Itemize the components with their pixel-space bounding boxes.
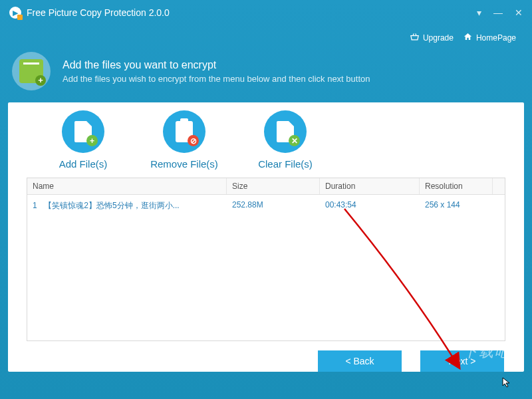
- clear-files-label: Clear File(s): [258, 158, 313, 170]
- col-header-resolution[interactable]: Resolution: [420, 178, 493, 194]
- table-row[interactable]: 1 【笑镇惊魂2】恐怖5分钟，逛街两小... 252.88M 00:43:54 …: [27, 195, 505, 217]
- col-header-name[interactable]: Name: [27, 178, 227, 194]
- header-section: Add the files you want to encrypt Add th…: [0, 52, 532, 102]
- plus-icon: +: [86, 135, 98, 146]
- nav-buttons: < Back Next >: [8, 341, 524, 372]
- remove-icon: ⊘: [188, 135, 199, 146]
- header-badge-icon: [12, 52, 51, 90]
- close-button[interactable]: ✕: [515, 7, 523, 18]
- titlebar: ▶ Free Picture Copy Protection 2.0.0 ▾ —…: [0, 0, 532, 25]
- next-button[interactable]: Next >: [420, 350, 504, 372]
- main-panel: + Add File(s) ⊘ Remove File(s) ✕ Clear F…: [8, 102, 524, 372]
- remove-files-label: Remove File(s): [150, 158, 218, 170]
- toolbar-links: Upgrade HomePage: [0, 25, 532, 52]
- homepage-link[interactable]: HomePage: [463, 32, 516, 44]
- add-files-label: Add File(s): [59, 158, 108, 170]
- col-header-size[interactable]: Size: [227, 178, 320, 194]
- add-files-button[interactable]: + Add File(s): [47, 110, 120, 170]
- upgrade-link[interactable]: Upgrade: [410, 32, 454, 44]
- row-resolution: 256 x 144: [420, 198, 493, 214]
- row-index: 1: [33, 201, 42, 210]
- upgrade-label: Upgrade: [423, 33, 454, 43]
- home-icon: [463, 32, 473, 44]
- basket-icon: [410, 32, 420, 44]
- remove-files-button[interactable]: ⊘ Remove File(s): [148, 110, 221, 170]
- window-controls: ▾ — ✕: [477, 7, 523, 18]
- page-title: Add the files you want to encrypt: [63, 59, 370, 71]
- app-icon: ▶: [9, 7, 21, 19]
- page-subtitle: Add the files you wish to encrypt from t…: [63, 74, 370, 84]
- file-table: Name Size Duration Resolution 1 【笑镇惊魂2】恐…: [27, 178, 505, 341]
- row-duration: 00:43:54: [320, 198, 420, 214]
- row-size: 252.88M: [227, 198, 320, 214]
- col-header-duration[interactable]: Duration: [320, 178, 420, 194]
- dropdown-icon[interactable]: ▾: [477, 7, 481, 18]
- back-button[interactable]: < Back: [318, 350, 402, 372]
- back-label: < Back: [345, 356, 374, 366]
- clear-icon: ✕: [289, 135, 300, 146]
- table-header: Name Size Duration Resolution: [27, 178, 505, 195]
- cursor-icon: [502, 377, 513, 388]
- row-name: 【笑镇惊魂2】恐怖5分钟，逛街两小...: [44, 201, 179, 210]
- homepage-label: HomePage: [476, 33, 516, 43]
- next-label: Next >: [449, 356, 476, 366]
- action-buttons: + Add File(s) ⊘ Remove File(s) ✕ Clear F…: [8, 102, 524, 175]
- minimize-button[interactable]: —: [493, 7, 503, 18]
- clear-files-button[interactable]: ✕ Clear File(s): [249, 110, 322, 170]
- app-title: Free Picture Copy Protection 2.0.0: [27, 7, 170, 18]
